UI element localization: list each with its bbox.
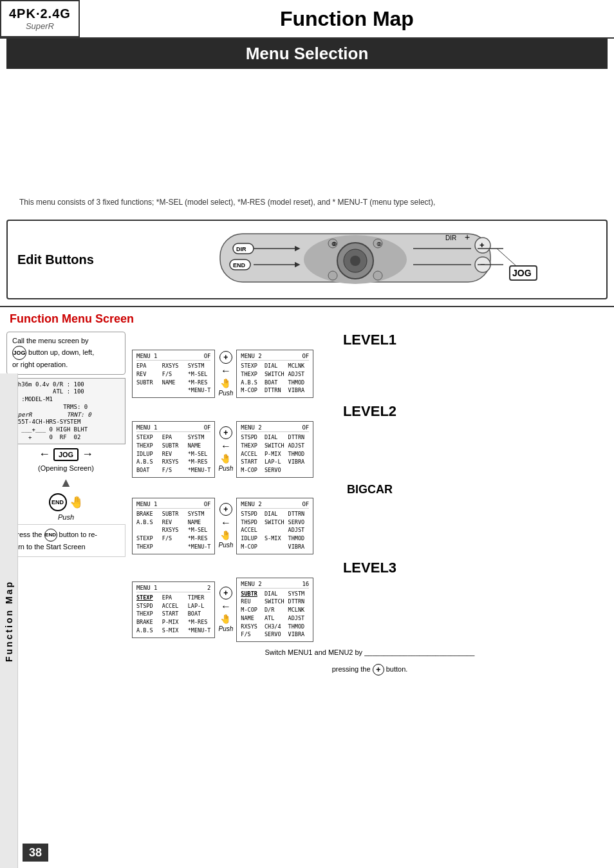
bigcar-menu1: MENU 1 OF BRAKESUBTRSYSTM A.B.SREVNAME R… — [132, 498, 215, 554]
item: LAP-L — [265, 458, 286, 466]
item — [288, 466, 310, 475]
bigcar-menu1-header-right: OF — [204, 501, 211, 507]
item: SUBTR — [162, 510, 185, 518]
level2-menu2-header: MENU 2 OF — [241, 424, 309, 432]
hand-icon: 🤚 — [220, 614, 231, 624]
item: THEXP — [241, 370, 262, 379]
item — [162, 386, 185, 395]
logo-box: 4PK·2.4G SuperR — [0, 0, 80, 37]
level1-menu2: MENU 2 OF STEXPDIALMCLNK THEXPSWITCHADJS… — [236, 350, 313, 398]
item: M-COP — [241, 466, 262, 475]
level2-menu1-header-right: OF — [204, 424, 211, 431]
bigcar-menu2-header-left: MENU 2 — [241, 501, 262, 507]
item: DTTRN — [288, 433, 310, 442]
svg-point-4 — [350, 256, 360, 266]
item: *MENU-T — [188, 466, 211, 475]
level3-menu1: MENU 1 2 STEXPEPATIMER STSPDACCELLAP-L T… — [132, 581, 215, 638]
item: M-COP — [241, 543, 262, 551]
item — [136, 526, 160, 534]
level1-menu2-header-right: OF — [302, 353, 309, 359]
call-menu-text3: or right operation. — [12, 361, 68, 368]
item: SYSTM — [188, 433, 211, 442]
item: BOAT — [265, 379, 286, 387]
item: DIAL — [265, 510, 286, 518]
item: ADJST — [288, 370, 310, 379]
header: 4PK·2.4G SuperR Function Map — [0, 0, 614, 39]
item: D/R — [265, 606, 286, 614]
item: REV — [162, 518, 185, 527]
left-arrow-icon: ← — [221, 601, 231, 612]
item: P-MIX — [265, 450, 286, 458]
item: A.B.S — [136, 627, 160, 635]
item: EPA — [162, 433, 185, 442]
bottom-text: Switch MENU1 and MENU2 by ______________… — [132, 647, 608, 657]
bigcar-title: BIGCAR — [132, 483, 608, 496]
item: *M-SEL — [188, 526, 211, 534]
level1-block: LEVEL1 MENU 1 OF EPARXSYSSYSTM REVF/S*M-… — [132, 332, 608, 398]
svg-point-9 — [328, 271, 337, 280]
jog-button[interactable]: JOG — [53, 448, 79, 461]
screen-line-2: ATL : 100 — [11, 388, 121, 396]
bigcar-menu2-header: MENU 2 OF — [241, 501, 309, 509]
plus-btn-inline-icon: + — [373, 664, 384, 675]
item: A.B.S — [241, 379, 262, 387]
item: VIBRA — [288, 543, 310, 551]
logo-super: SuperR — [26, 21, 54, 31]
level3-menu1-header-left: MENU 1 — [136, 585, 158, 591]
level3-menu2-header: MENU 2 16 — [241, 581, 309, 589]
svg-text:DIR: DIR — [236, 246, 247, 252]
item: BOAT — [136, 466, 160, 475]
level2-menu2-header-right: OF — [302, 424, 309, 431]
item: START — [241, 458, 262, 466]
side-label: Function Map — [4, 580, 14, 662]
level1-arrow: + ← 🤚 Push — [218, 351, 233, 397]
svg-text:+: + — [465, 232, 470, 242]
screen-line-3: M1 :MODEL-M1 — [11, 396, 121, 404]
item: DIAL — [265, 433, 286, 442]
item: LAP-L — [188, 602, 211, 610]
push-label: Push — [58, 513, 74, 521]
item: VIBRA — [288, 386, 310, 395]
svg-text:⦿: ⦿ — [377, 241, 382, 247]
right-column: LEVEL1 MENU 1 OF EPARXSYSSYSTM REVF/S*M-… — [132, 332, 608, 677]
item: *MENU-T — [188, 386, 211, 395]
item: ATL — [265, 614, 286, 623]
item: *M-SEL — [188, 370, 211, 379]
controller-svg: ⦿ ⦿ DIR END DIR + + − JOG — [169, 231, 542, 288]
item: SUBTR — [136, 379, 160, 387]
item: STEXP — [136, 534, 160, 543]
item: RXSYS — [162, 526, 185, 534]
plus-btn-icon: + — [219, 426, 232, 439]
item — [162, 543, 185, 551]
bottom-text2: pressing the — [332, 665, 371, 673]
end-btn-inline-icon: END — [44, 529, 57, 542]
call-menu-text: Call the menu screen by — [12, 337, 89, 344]
item: SUBTR — [241, 590, 262, 598]
item: *M-RES — [188, 618, 211, 627]
item: VIBRA — [288, 458, 310, 466]
push-label: Push — [218, 390, 233, 397]
subtitle-bar: Menu Selection — [6, 39, 608, 69]
bigcar-menu1-header-left: MENU 1 — [136, 501, 158, 507]
level2-menu2: MENU 2 OF STSPDDIALDTTRN THEXPSWITCHADJS… — [236, 421, 313, 478]
arrow-up-icon: ▲ — [6, 475, 126, 490]
end-button-icon[interactable]: END — [49, 493, 67, 511]
item: BRAKE — [136, 510, 160, 518]
push-label: Push — [218, 542, 233, 549]
item: F/S — [241, 630, 262, 639]
item: DTTRN — [288, 598, 310, 606]
item: DTTRN — [265, 386, 286, 395]
bottom-text3: button. — [386, 665, 408, 673]
level2-title: LEVEL2 — [132, 403, 608, 420]
call-menu-box: Call the menu screen by JOG button up, d… — [6, 332, 126, 375]
level1-menu1-header-left: MENU 1 — [136, 353, 158, 359]
level1-menu1-header: MENU 1 OF — [136, 353, 210, 361]
svg-point-10 — [373, 271, 382, 280]
item: STEXP — [136, 433, 160, 442]
item: ACCEL — [162, 602, 185, 610]
item: *M-RES — [188, 379, 211, 387]
screen-line-4: TRMS: 0 — [11, 404, 121, 411]
item: IDLUP — [136, 450, 160, 458]
item: ACCEL — [241, 526, 262, 534]
screen-line-1: 34h36m 0.4v 0/R : 100 — [11, 381, 121, 389]
